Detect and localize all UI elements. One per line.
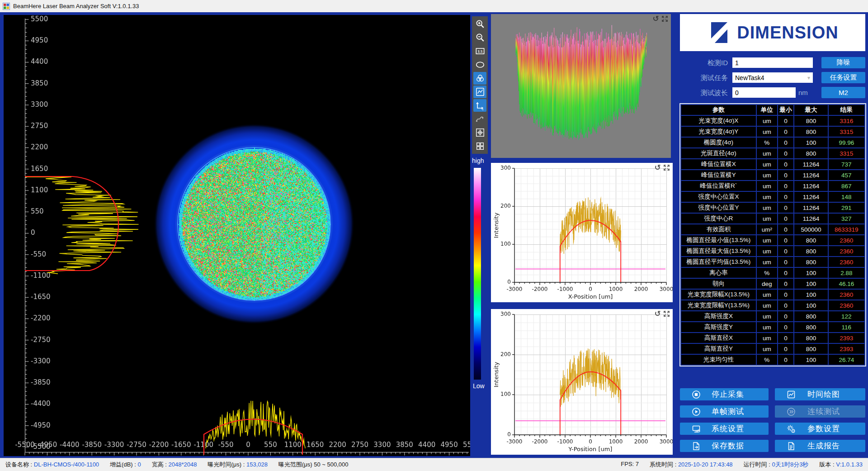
param-cell: 有效面积	[681, 224, 756, 234]
table-row: 椭圆直径平均值(13.5%)um08002360	[681, 257, 864, 267]
reset-view-icon[interactable]: ↺	[655, 164, 661, 171]
overlay-circles-icon[interactable]	[473, 72, 486, 85]
ellipse-roi-icon[interactable]	[473, 58, 486, 71]
action-button-system-settings[interactable]: 系统设置	[680, 423, 769, 435]
action-button-single-frame[interactable]: 单帧测试	[680, 405, 769, 418]
param-cell: 光束宽度限幅X(13.5%)	[681, 290, 756, 300]
param-cell: 光束宽度(4σ)Y	[681, 127, 756, 137]
colorbar-high-label: high	[472, 157, 484, 164]
reset-view-icon[interactable]: ↺	[655, 310, 661, 318]
table-row: 高斯直径Yum08002393	[681, 344, 864, 354]
denoise-button[interactable]: 降噪	[821, 57, 865, 68]
detect-id-input[interactable]	[732, 57, 813, 68]
min-cell: 0	[778, 127, 794, 137]
single-frame-icon	[692, 407, 701, 416]
status-value: 0	[138, 461, 141, 468]
task-settings-button[interactable]: 任务设置	[821, 72, 865, 83]
beam-display-canvas[interactable]	[4, 15, 470, 456]
result-cell: 2360	[829, 300, 864, 310]
zoom-out-icon[interactable]	[473, 31, 486, 44]
grid-icon[interactable]	[473, 140, 486, 152]
min-cell: 0	[778, 159, 794, 169]
status-label: 宽高 :	[152, 461, 169, 468]
status-item: 宽高 : 2048*2048	[152, 461, 197, 469]
vendor-logo: DIMENSION	[680, 14, 865, 51]
status-value: 0天1时8分3秒	[772, 461, 808, 468]
result-cell: 327	[829, 214, 864, 224]
axes-icon[interactable]: x	[473, 99, 486, 112]
action-button-save-data[interactable]: 保存数据	[680, 440, 769, 452]
max-cell: 100	[794, 268, 827, 278]
expand-icon[interactable]	[663, 310, 670, 317]
crosshair-icon[interactable]	[473, 126, 486, 139]
main-area: 1:1x high Low ↺ ↺ ↺ DIMENSION 检测ID 降噪 测试…	[0, 12, 868, 458]
status-item: 运行时间 : 0天1时8分3秒	[744, 461, 809, 469]
result-cell: 2393	[829, 344, 864, 354]
plot-controls: ↺	[655, 310, 670, 318]
status-value: 153,028	[246, 461, 268, 468]
column-header: 最小	[778, 105, 794, 115]
min-cell: 0	[778, 138, 794, 147]
zoom-in-icon[interactable]	[473, 18, 486, 30]
max-cell: 100	[794, 300, 827, 310]
task-label: 测试任务	[690, 74, 728, 82]
expand-icon[interactable]	[661, 15, 668, 22]
unit-cell: um	[757, 127, 777, 137]
min-cell: 0	[778, 203, 794, 213]
param-cell: 光斑直径(4σ)	[681, 148, 756, 158]
status-item: 曝光时间(μs) : 153,028	[208, 461, 268, 469]
param-cell: 椭圆度(4σ)	[681, 138, 756, 147]
status-label: 曝光时间(μs) :	[208, 461, 246, 468]
logo-text: DIMENSION	[737, 23, 838, 43]
y-position-plot-canvas[interactable]	[491, 309, 673, 455]
status-value: 2025-10-20 17:43:48	[678, 461, 733, 468]
min-cell: 0	[778, 300, 794, 310]
m2-button[interactable]: M2	[821, 87, 865, 98]
result-cell: 867	[829, 181, 864, 191]
unit-cell: um	[757, 344, 777, 354]
action-button-time-plot[interactable]: 时间绘图	[775, 388, 865, 400]
table-row: 光束均匀性%010026.74	[681, 355, 864, 365]
action-button-generate-report[interactable]: 生成报告	[775, 440, 865, 452]
max-cell: 11264	[794, 203, 827, 213]
profile-curves-icon[interactable]	[473, 86, 486, 98]
max-cell: 11264	[794, 192, 827, 202]
colorbar-low-label: Low	[473, 382, 485, 390]
y-position-plot-panel[interactable]: ↺	[491, 309, 673, 455]
unit-cell: um	[757, 192, 777, 202]
one-to-one-icon[interactable]: 1:1	[473, 45, 486, 57]
param-cell: 峰值位置横Y	[681, 170, 756, 180]
table-row: 峰值位置横Xum011264737	[681, 159, 864, 169]
status-right-group: FPS: 7系统时间 : 2025-10-20 17:43:48运行时间 : 0…	[621, 461, 863, 469]
max-cell: 800	[794, 116, 827, 126]
result-cell: 46.16	[829, 279, 864, 289]
window-title: BeamHere Laser Beam Analyzer Soft V:1.0.…	[13, 3, 139, 10]
unit-cell: um	[757, 148, 777, 158]
action-button-stop-capture[interactable]: 停止采集	[680, 388, 769, 400]
system-settings-icon	[692, 424, 701, 433]
min-cell: 0	[778, 181, 794, 191]
expand-icon[interactable]	[663, 164, 670, 171]
task-select-value: NewTask4	[735, 74, 764, 81]
action-button-continuous-test: 连续测试	[775, 405, 865, 418]
unit-cell: um	[757, 257, 777, 267]
surface-3d-canvas[interactable]	[491, 14, 671, 158]
status-label: 增益(dB) :	[110, 461, 137, 468]
surface-3d-panel[interactable]: ↺	[491, 14, 671, 158]
x-position-plot-panel[interactable]: ↺	[491, 163, 673, 302]
chevron-down-icon: ▾	[807, 75, 810, 81]
status-item: 版本 : V:1.0.1.33	[819, 461, 863, 469]
status-item: 曝光范围(μs) 50 ~ 500,000	[278, 461, 349, 469]
result-cell: 8633319	[829, 224, 864, 234]
task-select[interactable]: NewTask4 ▾	[732, 72, 813, 83]
unit-cell: um	[757, 159, 777, 169]
result-cell: 2360	[829, 246, 864, 256]
max-cell: 100	[794, 290, 827, 300]
reset-view-icon[interactable]: ↺	[653, 15, 659, 23]
x-position-plot-canvas[interactable]	[491, 163, 673, 302]
table-header-row: 参数单位最小最大结果	[681, 105, 864, 115]
free-curve-icon[interactable]	[473, 113, 486, 125]
wavelength-input[interactable]	[732, 87, 796, 98]
action-button-parameter-settings[interactable]: 参数设置	[775, 423, 865, 435]
max-cell: 100	[794, 138, 827, 147]
